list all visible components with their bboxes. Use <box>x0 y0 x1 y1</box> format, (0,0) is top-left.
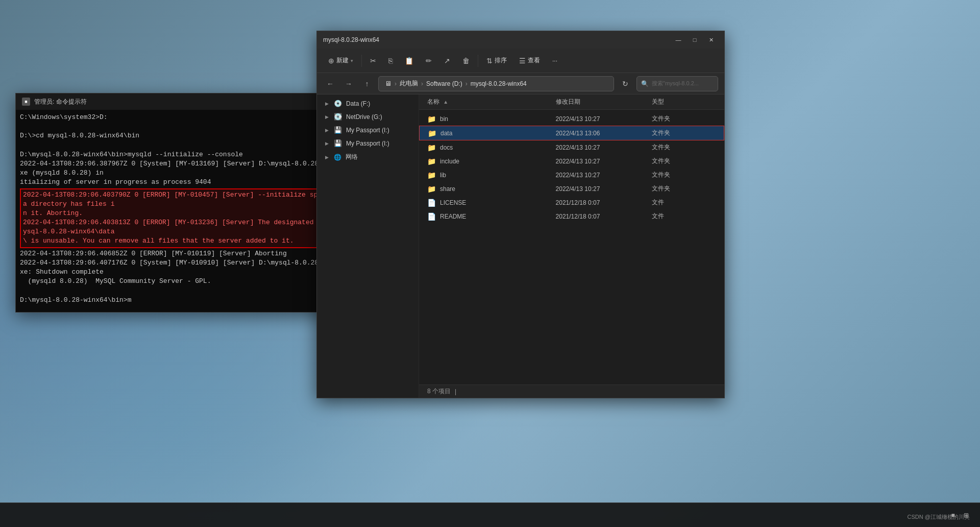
file-type-cell: 文件夹 <box>652 184 716 193</box>
sidebar-label-my-passport-i1: My Passport (I:) <box>346 127 389 134</box>
column-header-name[interactable]: 名称 ▲ <box>427 98 556 106</box>
status-item-count: 8 个项目 <box>427 387 451 396</box>
toolbar-rename-button[interactable]: ✏ <box>421 54 437 67</box>
toolbar-paste-button[interactable]: 📋 <box>400 54 419 67</box>
drive-icon-i1: 💾 <box>334 126 342 134</box>
table-row[interactable]: 📁 share 2022/4/13 10:27 文件夹 <box>419 182 724 196</box>
copy-icon: ⎘ <box>388 57 393 65</box>
column-header-type[interactable]: 关型 <box>652 98 716 106</box>
path-part2: Software (D:) <box>426 80 462 87</box>
file-folder-icon: 📁 <box>427 143 436 152</box>
file-table-header: 名称 ▲ 修改日期 关型 <box>419 94 724 110</box>
table-row[interactable]: 📁 include 2022/4/13 10:27 文件夹 <box>419 154 724 168</box>
cmd-title-left: ■ 管理员: 命令提示符 <box>22 98 87 106</box>
file-name-label: share <box>440 185 455 193</box>
drive-icon-g: 💽 <box>334 113 342 121</box>
file-name-cell: 📁 include <box>427 157 556 165</box>
sidebar-item-network[interactable]: ▶ 🌐 网络 <box>319 150 416 164</box>
explorer-minimize-button[interactable]: — <box>671 35 685 45</box>
file-type-cell: 文件夹 <box>652 171 716 179</box>
explorer-close-button[interactable]: ✕ <box>704 35 718 45</box>
paste-icon: 📋 <box>405 57 413 65</box>
file-list: 📁 bin 2022/4/13 10:27 文件夹 📁 data 2022/4/… <box>419 110 724 385</box>
toolbar-cut-button[interactable]: ✂ <box>365 54 381 67</box>
sidebar-label-network: 网络 <box>346 153 358 161</box>
new-chevron-icon: ▾ <box>351 58 353 63</box>
chevron-right-icon5: ▶ <box>325 155 329 160</box>
table-row[interactable]: 📁 bin 2022/4/13 10:27 文件夹 <box>419 112 724 126</box>
toolbar-new-button[interactable]: ⊕ 新建 ▾ <box>323 54 358 67</box>
file-folder-icon: 📄 <box>427 212 436 221</box>
nav-forward-button[interactable]: → <box>341 77 356 91</box>
chevron-right-icon4: ▶ <box>325 141 329 146</box>
file-name-cell: 📄 LICENSE <box>427 199 556 207</box>
sort-arrow-icon: ▲ <box>443 99 448 105</box>
file-folder-icon: 📁 <box>427 157 436 165</box>
file-name-label: bin <box>440 115 448 123</box>
file-date-cell: 2022/4/13 10:27 <box>556 158 652 165</box>
explorer-window: mysql-8.0.28-winx64 — □ ✕ ⊕ 新建 ▾ ✂ ⎘ 📋 <box>316 31 725 398</box>
path-separator3: › <box>465 80 468 87</box>
drive-icon-i2: 💾 <box>334 139 342 147</box>
path-separator2: › <box>421 80 423 87</box>
explorer-addressbar: ← → ↑ 🖥 › 此电脑 › Software (D:) › mysql-8.… <box>317 73 724 94</box>
path-part3: mysql-8.0.28-winx64 <box>471 80 527 87</box>
sidebar-item-my-passport-i1[interactable]: ▶ 💾 My Passport (I:) <box>319 124 416 136</box>
toolbar-sort-button[interactable]: ⇅ 排序 <box>481 54 512 67</box>
file-name-label: include <box>440 158 459 165</box>
file-name-label: data <box>440 130 452 137</box>
explorer-toolbar: ⊕ 新建 ▾ ✂ ⎘ 📋 ✏ ↗ 🗑 <box>317 49 724 73</box>
search-box[interactable]: 🔍 搜索"mysql-8.0.2... <box>636 76 718 91</box>
delete-icon: 🗑 <box>462 57 470 65</box>
explorer-title-text: mysql-8.0.28-winx64 <box>323 36 379 43</box>
table-row[interactable]: 📁 lib 2022/4/13 10:27 文件夹 <box>419 168 724 182</box>
table-row[interactable]: 📁 data 2022/4/13 13:06 文件夹 <box>419 126 724 140</box>
nav-up-button[interactable]: ↑ <box>360 77 374 91</box>
file-folder-icon: 📁 <box>427 171 436 179</box>
toolbar-more-button[interactable]: ··· <box>547 55 562 67</box>
main-content: 名称 ▲ 修改日期 关型 📁 bin 2022/4/13 10:27 <box>419 94 724 398</box>
status-separator: | <box>455 388 456 395</box>
watermark-text: CSDN @江城橄榄的川美 <box>908 513 970 521</box>
sidebar-item-my-passport-i2[interactable]: ▶ 💾 My Passport (I:) <box>319 137 416 150</box>
explorer-maximize-button[interactable]: □ <box>688 35 702 45</box>
toolbar-share-button[interactable]: ↗ <box>439 54 455 67</box>
column-header-date[interactable]: 修改日期 <box>556 98 652 106</box>
toolbar-separator1 <box>361 55 362 67</box>
toolbar-view-button[interactable]: ☰ 查看 <box>514 54 545 67</box>
file-name-cell: 📄 README <box>427 212 556 221</box>
rename-icon: ✏ <box>426 57 432 65</box>
file-folder-icon: 📄 <box>427 199 436 207</box>
table-row[interactable]: 📄 LICENSE 2021/12/18 0:07 文件 <box>419 196 724 209</box>
chevron-right-icon3: ▶ <box>325 128 329 133</box>
address-path[interactable]: 🖥 › 此电脑 › Software (D:) › mysql-8.0.28-w… <box>378 76 614 91</box>
toolbar-copy-button[interactable]: ⎘ <box>383 54 398 67</box>
nav-back-button[interactable]: ← <box>323 77 337 91</box>
table-row[interactable]: 📁 docs 2022/4/13 10:27 文件夹 <box>419 140 724 154</box>
sort-icon: ⇅ <box>486 57 493 65</box>
search-placeholder: 搜索"mysql-8.0.2... <box>652 80 699 87</box>
status-bar: 8 个项目 | <box>419 385 724 398</box>
file-name-label: LICENSE <box>440 199 466 206</box>
file-date-cell: 2021/12/18 0:07 <box>556 199 652 206</box>
file-date-cell: 2022/4/13 10:27 <box>556 115 652 123</box>
toolbar-delete-button[interactable]: 🗑 <box>457 54 475 67</box>
refresh-button[interactable]: ↻ <box>618 77 632 91</box>
new-icon: ⊕ <box>328 57 334 65</box>
sidebar-item-netdrive-g[interactable]: ▶ 💽 NetDrive (G:) <box>319 110 416 123</box>
file-name-cell: 📁 docs <box>427 143 556 152</box>
sidebar-item-data-f[interactable]: ▶ 💿 Data (F:) <box>319 97 416 110</box>
sidebar-label-data-f: Data (F:) <box>346 100 370 107</box>
file-type-cell: 文件夹 <box>652 143 716 152</box>
file-name-cell: 📁 share <box>427 185 556 193</box>
file-type-cell: 文件夹 <box>652 114 716 123</box>
file-type-cell: 文件 <box>652 212 716 221</box>
path-separator1: › <box>395 80 397 87</box>
explorer-body: ▶ 💿 Data (F:) ▶ 💽 NetDrive (G:) ▶ 💾 My P… <box>317 94 724 398</box>
file-date-cell: 2022/4/13 10:27 <box>556 172 652 179</box>
chevron-right-icon2: ▶ <box>325 114 329 119</box>
table-row[interactable]: 📄 README 2021/12/18 0:07 文件 <box>419 209 724 223</box>
explorer-window-controls: — □ ✕ <box>671 35 718 45</box>
file-date-cell: 2021/12/18 0:07 <box>556 213 652 220</box>
file-name-cell: 📁 data <box>428 129 556 137</box>
